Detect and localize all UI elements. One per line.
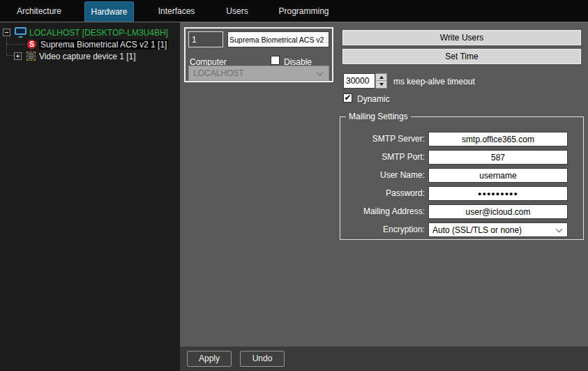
checkmark-icon: ✔	[344, 93, 351, 103]
mailing-settings-title: Mailing Settings	[346, 112, 411, 121]
tree-item-suprema-label: Suprema Biometrical ACS v2 1 [1]	[39, 40, 168, 50]
tab-programming[interactable]: Programming	[267, 0, 340, 22]
smtp-port-row: SMTP Port:	[340, 150, 583, 165]
collapse-icon[interactable]	[3, 29, 10, 36]
tab-hardware[interactable]: Hardware	[84, 1, 134, 22]
tab-interfaces[interactable]: Interfaces	[148, 0, 205, 22]
arrow-down-icon	[379, 83, 384, 86]
mailing-address-label: Mailing Address:	[342, 204, 425, 219]
dynamic-label: Dynamic	[357, 94, 390, 104]
app-window: Architecture Hardware Interfaces Users P…	[0, 0, 588, 371]
apply-button[interactable]: Apply	[187, 351, 232, 367]
tab-users[interactable]: Users	[213, 0, 262, 22]
keepalive-label: ms keep-alive timeout	[393, 77, 475, 86]
mailing-settings-group: Mailing Settings SMTP Server: SMTP Port:…	[340, 116, 584, 240]
device-name-input[interactable]	[227, 31, 329, 47]
smtp-server-label: SMTP Server:	[342, 132, 425, 146]
mailing-address-input[interactable]	[428, 204, 568, 219]
tree-item-localhost-label: LOCALHOST [DESKTOP-LM3U4BH]	[29, 28, 168, 38]
tree-guide-line	[7, 44, 25, 45]
keepalive-timeout-input[interactable]	[343, 73, 375, 89]
spinner-down-button[interactable]	[376, 81, 386, 88]
password-label: Password:	[342, 186, 425, 201]
encryption-row: Encryption: Auto (SSL/TLS or none)	[340, 222, 583, 237]
encryption-label: Encryption:	[342, 222, 425, 237]
dynamic-checkbox[interactable]: ✔	[343, 93, 352, 103]
user-name-row: User Name:	[340, 168, 583, 183]
device-tree: LOCALHOST [DESKTOP-LM3U4BH] S Suprema Bi…	[0, 22, 180, 371]
keepalive-spinner	[375, 73, 387, 89]
expand-icon[interactable]	[14, 52, 22, 60]
user-name-input[interactable]	[428, 168, 568, 183]
smtp-port-label: SMTP Port:	[342, 150, 425, 165]
chevron-down-icon	[556, 226, 563, 233]
computer-icon	[15, 27, 27, 35]
mailing-address-row: Mailing Address:	[340, 204, 583, 219]
spinner-up-button[interactable]	[376, 74, 386, 81]
disable-checkbox[interactable]	[271, 56, 280, 65]
arrow-up-icon	[379, 76, 384, 79]
tab-bar: Architecture Hardware Interfaces Users P…	[0, 0, 588, 22]
smtp-server-input[interactable]	[428, 132, 568, 146]
password-row: Password:	[340, 186, 583, 201]
footer-bar: Apply Undo	[180, 347, 588, 371]
computer-select-value: LOCALHOST	[193, 68, 244, 78]
write-users-button[interactable]: Write Users	[342, 30, 581, 45]
computer-select[interactable]: LOCALHOST	[188, 66, 329, 81]
config-panel: Computer Disable LOCALHOST Write Users S…	[180, 22, 588, 347]
tree-item-video-label: Video capture device 1 [1]	[39, 52, 136, 61]
tab-architecture[interactable]: Architecture	[11, 0, 67, 22]
suprema-device-icon: S	[27, 40, 36, 49]
password-input[interactable]	[428, 186, 568, 201]
set-time-button[interactable]: Set Time	[342, 49, 581, 64]
encryption-select-value: Auto (SSL/TLS or none)	[432, 225, 522, 235]
user-name-label: User Name:	[342, 168, 425, 183]
tree-guide-line	[7, 55, 14, 56]
chevron-down-icon	[317, 70, 324, 77]
encryption-select[interactable]: Auto (SSL/TLS or none)	[428, 222, 568, 237]
undo-button[interactable]: Undo	[240, 351, 285, 367]
device-id-input[interactable]	[188, 31, 223, 47]
tree-guide-line	[6, 38, 7, 55]
smtp-port-input[interactable]	[428, 150, 568, 165]
smtp-server-row: SMTP Server:	[340, 132, 583, 146]
video-capture-icon	[27, 52, 36, 61]
device-group-box: Computer Disable LOCALHOST	[184, 27, 333, 82]
